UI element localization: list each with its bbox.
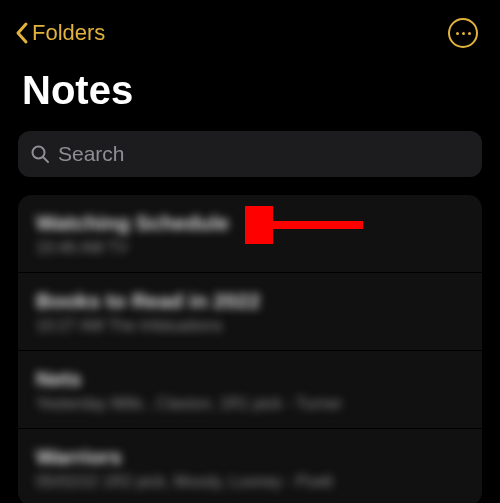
note-item[interactable]: Nets Yesterday Mills , Claxton, 1R1 pick… [18,351,482,429]
ellipsis-icon [456,32,471,35]
note-title: Nets [36,367,464,391]
note-item[interactable]: Warriors 05/02/22 1R2 pick, Moody, Loone… [18,429,482,503]
svg-line-1 [43,157,48,162]
notes-list: Watching Schedule 10:46 AM TV Books to R… [18,195,482,503]
search-input[interactable]: Search [18,131,482,177]
note-subtitle: 10:46 AM TV [36,239,464,257]
back-button[interactable]: Folders [14,20,105,46]
page-title: Notes [0,58,500,131]
header: Folders [0,0,500,58]
note-title: Watching Schedule [36,211,464,235]
note-item[interactable]: Watching Schedule 10:46 AM TV [18,195,482,273]
note-subtitle: 05/02/22 1R2 pick, Moody, Looney - Poelt [36,473,464,491]
chevron-left-icon [14,21,30,45]
note-title: Warriors [36,445,464,469]
note-title: Books to Read in 2022 [36,289,464,313]
back-label: Folders [32,20,105,46]
note-subtitle: Yesterday Mills , Claxton, 1R1 pick - Tu… [36,395,464,413]
search-icon [30,144,50,164]
search-placeholder: Search [58,142,125,166]
more-button[interactable] [448,18,478,48]
note-subtitle: 10:27 AM The Infatuations [36,317,464,335]
note-item[interactable]: Books to Read in 2022 10:27 AM The Infat… [18,273,482,351]
